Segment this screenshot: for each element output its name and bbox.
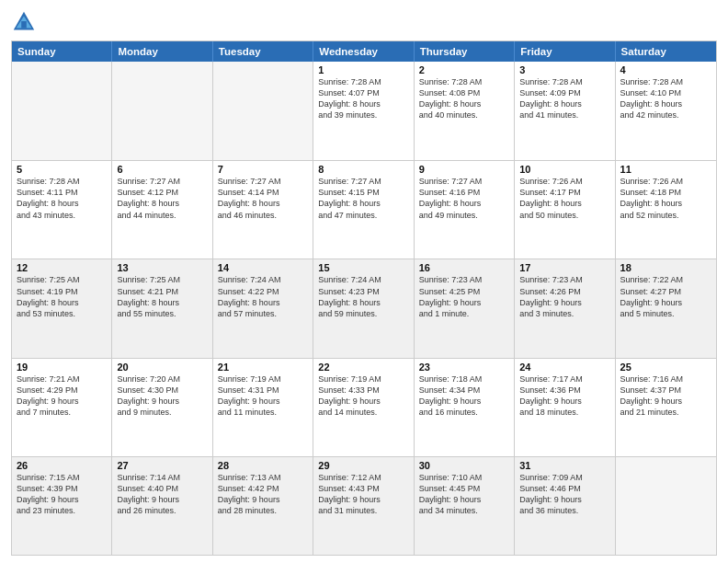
cell-info: Sunrise: 7:28 AM Sunset: 4:10 PM Dayligh… (620, 76, 711, 121)
cal-cell-0-2 (213, 62, 313, 160)
cal-cell-3-2: 21Sunrise: 7:19 AM Sunset: 4:31 PM Dayli… (213, 359, 313, 456)
header (11, 9, 717, 35)
day-number: 17 (519, 262, 609, 273)
cal-cell-2-6: 18Sunrise: 7:22 AM Sunset: 4:27 PM Dayli… (616, 259, 716, 357)
cell-info: Sunrise: 7:13 AM Sunset: 4:42 PM Dayligh… (218, 472, 308, 517)
cell-info: Sunrise: 7:16 AM Sunset: 4:37 PM Dayligh… (620, 373, 711, 419)
cal-cell-2-5: 17Sunrise: 7:23 AM Sunset: 4:26 PM Dayli… (515, 259, 615, 357)
weekday-header-saturday: Saturday (616, 41, 716, 62)
cell-info: Sunrise: 7:19 AM Sunset: 4:33 PM Dayligh… (318, 373, 408, 419)
cell-info: Sunrise: 7:14 AM Sunset: 4:40 PM Dayligh… (117, 472, 207, 517)
cal-cell-2-2: 14Sunrise: 7:24 AM Sunset: 4:22 PM Dayli… (213, 259, 313, 357)
day-number: 24 (519, 362, 609, 373)
day-number: 6 (117, 164, 207, 175)
day-number: 13 (117, 262, 207, 273)
cell-info: Sunrise: 7:28 AM Sunset: 4:09 PM Dayligh… (519, 76, 609, 121)
cal-cell-2-3: 15Sunrise: 7:24 AM Sunset: 4:23 PM Dayli… (313, 259, 414, 357)
cal-cell-4-6 (616, 457, 716, 555)
cell-info: Sunrise: 7:10 AM Sunset: 4:45 PM Dayligh… (419, 472, 509, 517)
day-number: 8 (318, 164, 408, 175)
cell-info: Sunrise: 7:15 AM Sunset: 4:39 PM Dayligh… (17, 472, 107, 517)
day-number: 11 (620, 164, 711, 175)
day-number: 22 (318, 362, 408, 373)
day-number: 9 (419, 164, 509, 175)
calendar-row-4: 26Sunrise: 7:15 AM Sunset: 4:39 PM Dayli… (12, 456, 716, 555)
day-number: 14 (218, 262, 308, 273)
cal-cell-4-1: 27Sunrise: 7:14 AM Sunset: 4:40 PM Dayli… (112, 457, 212, 555)
cal-cell-3-0: 19Sunrise: 7:21 AM Sunset: 4:29 PM Dayli… (12, 359, 112, 456)
day-number: 29 (318, 460, 408, 471)
page: SundayMondayTuesdayWednesdayThursdayFrid… (0, 0, 728, 563)
day-number: 12 (17, 262, 107, 273)
cell-info: Sunrise: 7:27 AM Sunset: 4:16 PM Dayligh… (419, 176, 509, 221)
cal-cell-1-6: 11Sunrise: 7:26 AM Sunset: 4:18 PM Dayli… (616, 161, 716, 259)
weekday-header-friday: Friday (515, 41, 615, 62)
cal-cell-4-4: 30Sunrise: 7:10 AM Sunset: 4:45 PM Dayli… (415, 457, 515, 555)
cal-cell-3-6: 25Sunrise: 7:16 AM Sunset: 4:37 PM Dayli… (616, 359, 716, 456)
day-number: 25 (620, 362, 711, 373)
cell-info: Sunrise: 7:09 AM Sunset: 4:46 PM Dayligh… (519, 472, 609, 517)
cell-info: Sunrise: 7:27 AM Sunset: 4:15 PM Dayligh… (318, 176, 408, 221)
svg-rect-2 (21, 21, 27, 28)
calendar-row-3: 19Sunrise: 7:21 AM Sunset: 4:29 PM Dayli… (12, 358, 716, 456)
cell-info: Sunrise: 7:26 AM Sunset: 4:18 PM Dayligh… (620, 176, 711, 221)
day-number: 26 (17, 460, 107, 471)
day-number: 23 (419, 362, 509, 373)
calendar: SundayMondayTuesdayWednesdayThursdayFrid… (11, 40, 717, 556)
cell-info: Sunrise: 7:17 AM Sunset: 4:36 PM Dayligh… (519, 373, 609, 419)
cal-cell-3-3: 22Sunrise: 7:19 AM Sunset: 4:33 PM Dayli… (313, 359, 414, 456)
cell-info: Sunrise: 7:26 AM Sunset: 4:17 PM Dayligh… (519, 176, 609, 221)
cell-info: Sunrise: 7:27 AM Sunset: 4:14 PM Dayligh… (218, 176, 308, 221)
weekday-header-thursday: Thursday (415, 41, 515, 62)
day-number: 20 (117, 362, 207, 373)
calendar-header: SundayMondayTuesdayWednesdayThursdayFrid… (12, 41, 716, 62)
cal-cell-0-5: 3Sunrise: 7:28 AM Sunset: 4:09 PM Daylig… (515, 62, 615, 160)
logo (11, 9, 40, 35)
cell-info: Sunrise: 7:25 AM Sunset: 4:19 PM Dayligh… (17, 274, 107, 319)
cal-cell-1-1: 6Sunrise: 7:27 AM Sunset: 4:12 PM Daylig… (112, 161, 212, 259)
day-number: 30 (419, 460, 509, 471)
day-number: 16 (419, 262, 509, 273)
cal-cell-2-4: 16Sunrise: 7:23 AM Sunset: 4:25 PM Dayli… (415, 259, 515, 357)
cell-info: Sunrise: 7:28 AM Sunset: 4:07 PM Dayligh… (318, 76, 408, 121)
cal-cell-0-4: 2Sunrise: 7:28 AM Sunset: 4:08 PM Daylig… (415, 62, 515, 160)
cell-info: Sunrise: 7:24 AM Sunset: 4:22 PM Dayligh… (218, 274, 308, 319)
day-number: 7 (218, 164, 308, 175)
cal-cell-1-5: 10Sunrise: 7:26 AM Sunset: 4:17 PM Dayli… (515, 161, 615, 259)
cell-info: Sunrise: 7:23 AM Sunset: 4:25 PM Dayligh… (419, 274, 509, 319)
cal-cell-4-3: 29Sunrise: 7:12 AM Sunset: 4:43 PM Dayli… (313, 457, 414, 555)
cell-info: Sunrise: 7:19 AM Sunset: 4:31 PM Dayligh… (218, 373, 308, 419)
cell-info: Sunrise: 7:22 AM Sunset: 4:27 PM Dayligh… (620, 274, 711, 319)
day-number: 27 (117, 460, 207, 471)
calendar-row-1: 5Sunrise: 7:28 AM Sunset: 4:11 PM Daylig… (12, 160, 716, 259)
cell-info: Sunrise: 7:28 AM Sunset: 4:11 PM Dayligh… (17, 176, 107, 221)
cal-cell-3-5: 24Sunrise: 7:17 AM Sunset: 4:36 PM Dayli… (515, 359, 615, 456)
cal-cell-2-1: 13Sunrise: 7:25 AM Sunset: 4:21 PM Dayli… (112, 259, 212, 357)
day-number: 2 (419, 64, 509, 75)
weekday-header-monday: Monday (112, 41, 212, 62)
cal-cell-1-0: 5Sunrise: 7:28 AM Sunset: 4:11 PM Daylig… (12, 161, 112, 259)
cell-info: Sunrise: 7:27 AM Sunset: 4:12 PM Dayligh… (117, 176, 207, 221)
day-number: 21 (218, 362, 308, 373)
cal-cell-0-6: 4Sunrise: 7:28 AM Sunset: 4:10 PM Daylig… (616, 62, 716, 160)
cal-cell-4-2: 28Sunrise: 7:13 AM Sunset: 4:42 PM Dayli… (213, 457, 313, 555)
cal-cell-0-1 (112, 62, 212, 160)
calendar-body: 1Sunrise: 7:28 AM Sunset: 4:07 PM Daylig… (12, 62, 716, 555)
weekday-header-tuesday: Tuesday (213, 41, 313, 62)
cal-cell-1-4: 9Sunrise: 7:27 AM Sunset: 4:16 PM Daylig… (415, 161, 515, 259)
day-number: 18 (620, 262, 711, 273)
day-number: 3 (519, 64, 609, 75)
day-number: 31 (519, 460, 609, 471)
cell-info: Sunrise: 7:20 AM Sunset: 4:30 PM Dayligh… (117, 373, 207, 419)
cal-cell-2-0: 12Sunrise: 7:25 AM Sunset: 4:19 PM Dayli… (12, 259, 112, 357)
cell-info: Sunrise: 7:23 AM Sunset: 4:26 PM Dayligh… (519, 274, 609, 319)
calendar-row-2: 12Sunrise: 7:25 AM Sunset: 4:19 PM Dayli… (12, 259, 716, 357)
cell-info: Sunrise: 7:28 AM Sunset: 4:08 PM Dayligh… (419, 76, 509, 121)
cal-cell-1-3: 8Sunrise: 7:27 AM Sunset: 4:15 PM Daylig… (313, 161, 414, 259)
cal-cell-3-4: 23Sunrise: 7:18 AM Sunset: 4:34 PM Dayli… (415, 359, 515, 456)
day-number: 5 (17, 164, 107, 175)
cell-info: Sunrise: 7:18 AM Sunset: 4:34 PM Dayligh… (419, 373, 509, 419)
logo-icon (11, 9, 37, 35)
weekday-header-sunday: Sunday (12, 41, 112, 62)
cal-cell-0-3: 1Sunrise: 7:28 AM Sunset: 4:07 PM Daylig… (313, 62, 414, 160)
